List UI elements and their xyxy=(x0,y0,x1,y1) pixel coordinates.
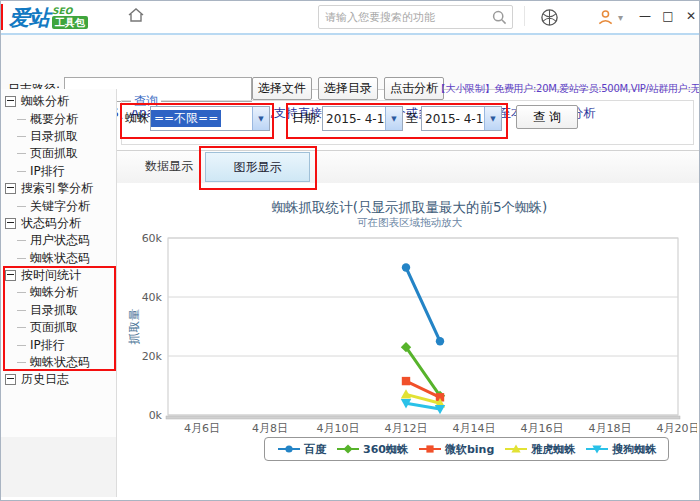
sidebar-item-3-2[interactable]: 页面抓取 xyxy=(0,319,116,336)
sidebar-item-label: 蜘蛛分析 xyxy=(30,284,78,301)
chevron-down-icon[interactable]: ▼ xyxy=(484,107,501,130)
sidebar-item-label: 页面抓取 xyxy=(30,319,78,336)
sidebar-item-label: 目录抓取 xyxy=(30,302,78,319)
x-tick-label: 4月12日 xyxy=(385,422,428,435)
legend-item-微软bing[interactable]: 微软bing xyxy=(418,442,494,457)
chart-legend: 百度360蜘蛛微软bing雅虎蜘蛛搜狗蜘蛛 xyxy=(264,437,669,461)
user-account-icon[interactable] xyxy=(594,6,616,28)
x-tick-label: 4月16日 xyxy=(521,422,564,435)
legend-marker-icon xyxy=(504,443,528,455)
sidebar-item-3-1[interactable]: 目录抓取 xyxy=(0,302,116,319)
sidebar-item-label: 目录抓取 xyxy=(30,128,78,145)
search-input[interactable] xyxy=(319,11,492,24)
sidebar-item-1-0[interactable]: 关键字分析 xyxy=(0,197,116,214)
log-path-panel: 日志路径: 选择文件选择目录点击分析 【大小限制】免费用户:20M,爱站学员:5… xyxy=(0,35,700,90)
x-tick-label: 4月6日 xyxy=(184,422,220,435)
sidebar-item-label: 页面抓取 xyxy=(30,145,78,162)
toolbar-button-1[interactable]: 选择目录 xyxy=(318,77,378,100)
sidebar-item-0-3[interactable]: IP排行 xyxy=(0,163,116,180)
sidebar-group-2[interactable]: 状态码分析 xyxy=(0,215,116,232)
spider-label: 蜘蛛: xyxy=(125,110,153,127)
tree-expander-icon[interactable] xyxy=(5,218,16,229)
date-to-label: 至 xyxy=(406,110,418,127)
tree-connector xyxy=(17,240,26,241)
sidebar-item-2-1[interactable]: 蜘蛛状态码 xyxy=(0,250,116,267)
date-to-value: 2015- 4-13 xyxy=(422,112,484,126)
legend-item-搜狗蜘蛛[interactable]: 搜狗蜘蛛 xyxy=(585,442,656,457)
legend-marker-icon xyxy=(418,443,442,455)
tree-connector xyxy=(17,153,26,154)
tab-data-display[interactable]: 数据显示 xyxy=(137,158,201,175)
sidebar-footer xyxy=(0,437,116,497)
legend-label: 360蜘蛛 xyxy=(363,442,408,457)
spider-select[interactable]: ==不限== ▼ xyxy=(150,106,270,131)
date-from-value: 2015- 4-12 xyxy=(323,112,385,126)
x-tick-label: 4月8日 xyxy=(252,422,288,435)
titlebar-separator xyxy=(524,6,525,26)
size-limit-text: 【大小限制】免费用户:20M,爱站学员:500M,VIP/站群用户:无限制 xyxy=(436,82,700,96)
y-tick-label: 20k xyxy=(142,350,163,363)
sidebar-group-3[interactable]: 按时间统计 xyxy=(0,267,116,284)
x-tick-label: 4月10日 xyxy=(317,422,360,435)
tree-connector xyxy=(17,292,26,293)
logo-badge: 工具包 xyxy=(52,16,88,29)
minimize-button[interactable]: — xyxy=(636,8,654,24)
x-tick-label: 4月20日 xyxy=(657,422,698,435)
y-axis-title: 抓取量 xyxy=(127,309,141,345)
tree-connector xyxy=(17,119,26,120)
sidebar-item-2-0[interactable]: 用户状态码 xyxy=(0,232,116,249)
sidebar-item-label: IP排行 xyxy=(30,337,65,354)
tab-graph-display[interactable]: 图形显示 xyxy=(205,152,310,182)
query-button[interactable]: 查 询 xyxy=(516,105,578,129)
tree-expander-icon[interactable] xyxy=(5,270,16,281)
sidebar-item-0-2[interactable]: 页面抓取 xyxy=(0,145,116,162)
chevron-down-icon[interactable]: ▼ xyxy=(252,107,269,130)
legend-item-360蜘蛛[interactable]: 360蜘蛛 xyxy=(336,442,408,457)
tree-connector xyxy=(17,136,26,137)
sidebar-item-label: IP排行 xyxy=(30,163,65,180)
close-button[interactable]: ✕ xyxy=(682,8,700,24)
sidebar-item-3-3[interactable]: IP排行 xyxy=(0,336,116,353)
logo-text-cn: 爱站 xyxy=(9,4,49,32)
y-tick-label: 40k xyxy=(142,291,163,304)
sidebar-item-3-4[interactable]: 蜘蛛状态码 xyxy=(0,354,116,371)
maximize-button[interactable]: □ xyxy=(659,8,677,24)
sidebar-group-label: 搜索引擎分析 xyxy=(21,180,93,197)
function-search-box xyxy=(318,5,513,29)
sidebar-item-0-1[interactable]: 目录抓取 xyxy=(0,128,116,145)
sidebar-item-3-0[interactable]: 蜘蛛分析 xyxy=(0,284,116,301)
toolbar-buttons: 选择文件选择目录点击分析 xyxy=(252,77,444,100)
legend-marker-icon xyxy=(336,443,360,455)
legend-label: 搜狗蜘蛛 xyxy=(612,442,656,457)
user-menu-caret-icon[interactable]: ▾ xyxy=(618,12,623,23)
legend-item-雅虎蜘蛛[interactable]: 雅虎蜘蛛 xyxy=(504,442,575,457)
sidebar-group-4[interactable]: 历史日志 xyxy=(0,371,116,388)
tree-expander-icon[interactable] xyxy=(5,96,16,107)
toolbar-button-2[interactable]: 点击分析 xyxy=(384,77,444,100)
tree-expander-icon[interactable] xyxy=(5,374,16,385)
sidebar-item-label: 蜘蛛状态码 xyxy=(30,354,90,371)
legend-label: 雅虎蜘蛛 xyxy=(531,442,575,457)
network-ball-icon[interactable] xyxy=(538,6,560,28)
chevron-down-icon[interactable]: ▼ xyxy=(385,107,402,130)
home-icon[interactable] xyxy=(127,7,147,25)
date-to-select[interactable]: 2015- 4-13 ▼ xyxy=(421,106,502,131)
sidebar-item-0-0[interactable]: 概要分析 xyxy=(0,110,116,127)
sidebar-group-label: 状态码分析 xyxy=(21,215,81,232)
legend-label: 百度 xyxy=(304,442,326,457)
sidebar-group-1[interactable]: 搜索引擎分析 xyxy=(0,180,116,197)
title-bar: 爱站 SEO 工具包 ▾ — □ ✕ xyxy=(0,0,700,35)
x-axis-bar xyxy=(166,416,680,419)
date-from-select[interactable]: 2015- 4-12 ▼ xyxy=(322,106,403,131)
search-icon[interactable] xyxy=(492,10,512,25)
sidebar-group-label: 按时间统计 xyxy=(21,267,81,284)
tree-expander-icon[interactable] xyxy=(5,183,16,194)
tree-connector xyxy=(17,258,26,259)
toolbar-button-0[interactable]: 选择文件 xyxy=(252,77,312,100)
sidebar-item-label: 蜘蛛状态码 xyxy=(30,250,90,267)
sidebar-group-0[interactable]: 蜘蛛分析 xyxy=(0,93,116,110)
sidebar-group-label: 历史日志 xyxy=(21,371,69,388)
app-logo: 爱站 SEO 工具包 xyxy=(9,4,88,32)
legend-item-百度[interactable]: 百度 xyxy=(277,442,326,457)
sidebar-item-label: 用户状态码 xyxy=(30,232,90,249)
